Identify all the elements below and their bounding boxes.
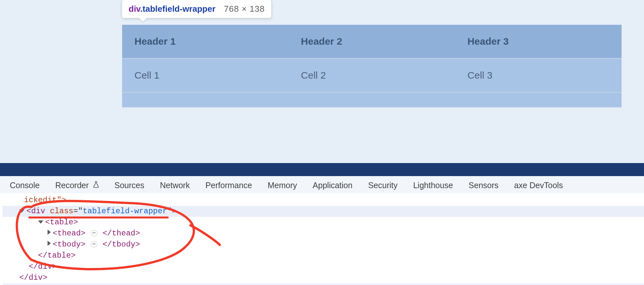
- table-cell: [288, 92, 455, 107]
- ellipsis-icon[interactable]: ⋯: [91, 230, 97, 236]
- tab-security[interactable]: Security: [368, 181, 398, 190]
- tooltip-tag: div: [129, 4, 140, 14]
- disclosure-triangle-icon[interactable]: [48, 241, 51, 246]
- tooltip-class: .tablefield-wrapper: [140, 4, 216, 14]
- tab-sources[interactable]: Sources: [115, 181, 145, 190]
- dom-node[interactable]: </div>: [3, 261, 644, 272]
- ellipsis-icon[interactable]: ⋯: [91, 241, 97, 247]
- table-row: [122, 92, 622, 107]
- dom-node[interactable]: ickedit">: [3, 195, 644, 206]
- dom-tree[interactable]: ickedit"> <div class="tablefield-wrapper…: [0, 193, 644, 285]
- nav-stripe: [0, 163, 644, 176]
- disclosure-triangle-icon[interactable]: [48, 230, 51, 235]
- table-header-row: Header 1 Header 2 Header 3: [122, 25, 622, 58]
- tab-lighthouse[interactable]: Lighthouse: [413, 181, 453, 190]
- tab-recorder-label: Recorder: [55, 181, 89, 190]
- tooltip-selector: div.tablefield-wrapper: [129, 4, 216, 14]
- disclosure-triangle-icon[interactable]: [19, 209, 24, 213]
- preview-table: Header 1 Header 2 Header 3 Cell 1 Cell 2…: [122, 25, 622, 108]
- dom-node[interactable]: <thead> ⋯ </thead>: [3, 228, 644, 239]
- tab-console[interactable]: Console: [10, 181, 40, 190]
- table-row: Cell 1 Cell 2 Cell 3: [122, 58, 622, 92]
- table-cell: [122, 92, 288, 107]
- devtools-panel: Console Recorder Sources Network Perform…: [0, 176, 644, 285]
- tooltip-dimensions: 768 × 138: [224, 4, 265, 14]
- tab-sensors[interactable]: Sensors: [469, 181, 498, 190]
- tab-application[interactable]: Application: [313, 181, 352, 190]
- tab-performance[interactable]: Performance: [205, 181, 252, 190]
- table-cell: [455, 92, 622, 107]
- inspector-tooltip: div.tablefield-wrapper 768 × 138: [122, 0, 271, 18]
- table-header-cell: Header 2: [288, 25, 455, 58]
- tab-recorder[interactable]: Recorder: [55, 181, 99, 190]
- dom-node[interactable]: </table>: [3, 250, 644, 261]
- disclosure-triangle-icon[interactable]: [38, 220, 43, 224]
- dom-node[interactable]: <table>: [3, 217, 644, 228]
- table-cell: Cell 1: [122, 58, 288, 92]
- tab-memory[interactable]: Memory: [268, 181, 297, 190]
- dom-node[interactable]: </div> == $0: [3, 283, 644, 285]
- tab-network[interactable]: Network: [160, 181, 190, 190]
- flask-icon: [93, 181, 99, 189]
- devtools-tabbar: Console Recorder Sources Network Perform…: [0, 176, 644, 193]
- table-header-cell: Header 3: [455, 25, 622, 58]
- highlighted-element[interactable]: Header 1 Header 2 Header 3 Cell 1 Cell 2…: [122, 25, 622, 108]
- tab-axe[interactable]: axe DevTools: [514, 181, 563, 190]
- dom-node[interactable]: </div>: [3, 272, 644, 283]
- table-cell: Cell 2: [288, 58, 455, 92]
- page-preview-area: div.tablefield-wrapper 768 × 138 Header …: [0, 0, 644, 163]
- table-cell: Cell 3: [455, 58, 622, 92]
- table-header-cell: Header 1: [122, 25, 288, 58]
- dom-node[interactable]: <tbody> ⋯ </tbody>: [3, 239, 644, 250]
- dom-node-selected[interactable]: <div class="tablefield-wrapper">: [3, 206, 644, 217]
- tooltip-tail: [139, 18, 147, 22]
